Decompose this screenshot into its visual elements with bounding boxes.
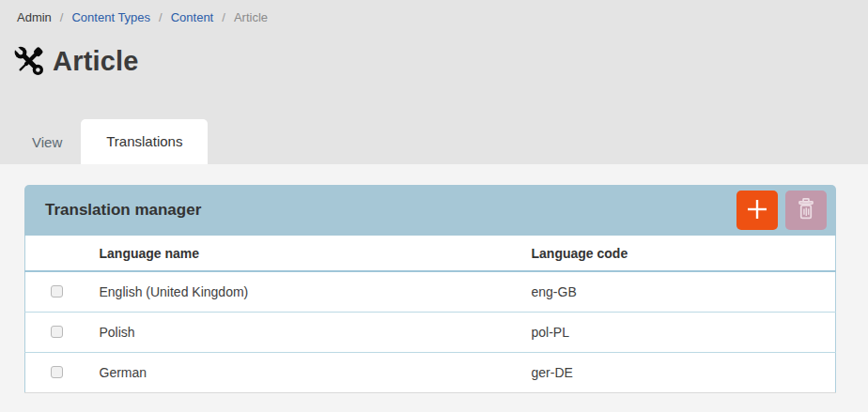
table-header-row: Language name Language code	[25, 236, 836, 271]
row-checkbox-eng-gb[interactable]	[51, 285, 63, 298]
tab-content: Translation manager	[0, 164, 868, 412]
page-title: Article	[53, 46, 139, 77]
language-code-cell: ger-DE	[532, 352, 836, 392]
plus-icon	[746, 198, 768, 223]
table-row: German ger-DE	[25, 352, 836, 392]
language-name-column-header: Language name	[90, 236, 532, 271]
tab-translations[interactable]: Translations	[81, 119, 208, 164]
panel-title: Translation manager	[45, 201, 736, 220]
breadcrumb-separator: /	[60, 10, 64, 24]
translation-manager-panel: Translation manager	[24, 185, 836, 393]
add-translation-button[interactable]	[736, 191, 778, 230]
row-checkbox-ger-de[interactable]	[51, 366, 63, 378]
breadcrumb: Admin / Content Types / Content / Articl…	[0, 0, 868, 24]
breadcrumb-item-article: Article	[234, 10, 268, 24]
tools-icon	[12, 44, 46, 78]
language-code-column-header: Language code	[532, 236, 836, 271]
select-column-header	[25, 236, 90, 271]
breadcrumb-item-content-types[interactable]: Content Types	[71, 10, 150, 24]
tab-view[interactable]: View	[13, 121, 81, 164]
language-code-cell: eng-GB	[532, 271, 836, 312]
translations-table: Language name Language code English (Uni…	[24, 236, 836, 393]
row-checkbox-pol-pl[interactable]	[51, 326, 63, 338]
table-row: Polish pol-PL	[25, 312, 836, 352]
table-row: English (United Kingdom) eng-GB	[25, 271, 836, 312]
language-name-cell: German	[90, 352, 532, 392]
breadcrumb-separator: /	[222, 10, 225, 24]
language-name-cell: English (United Kingdom)	[90, 271, 532, 312]
trash-icon	[793, 196, 819, 225]
page-header: Admin / Content Types / Content / Articl…	[0, 0, 868, 164]
breadcrumb-item-content[interactable]: Content	[171, 10, 214, 24]
title-row: Article	[12, 44, 868, 78]
language-code-cell: pol-PL	[532, 312, 836, 352]
translation-manager-header: Translation manager	[24, 185, 836, 236]
language-name-cell: Polish	[90, 312, 532, 352]
breadcrumb-separator: /	[159, 10, 163, 24]
delete-translation-button[interactable]	[785, 191, 827, 230]
breadcrumb-item-admin: Admin	[17, 10, 52, 24]
tab-bar: View Translations	[13, 119, 208, 164]
